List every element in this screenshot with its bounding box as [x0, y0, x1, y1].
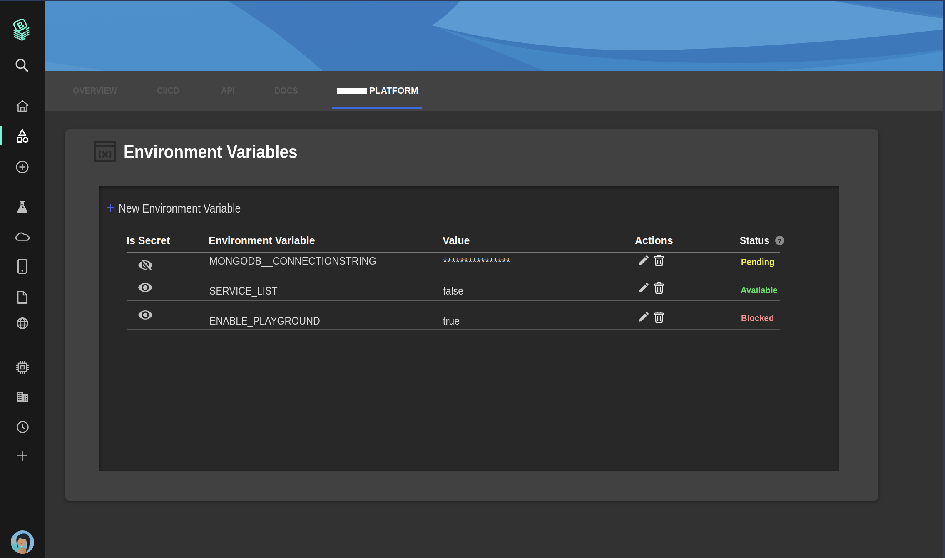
- svg-text:?: ?: [778, 237, 781, 244]
